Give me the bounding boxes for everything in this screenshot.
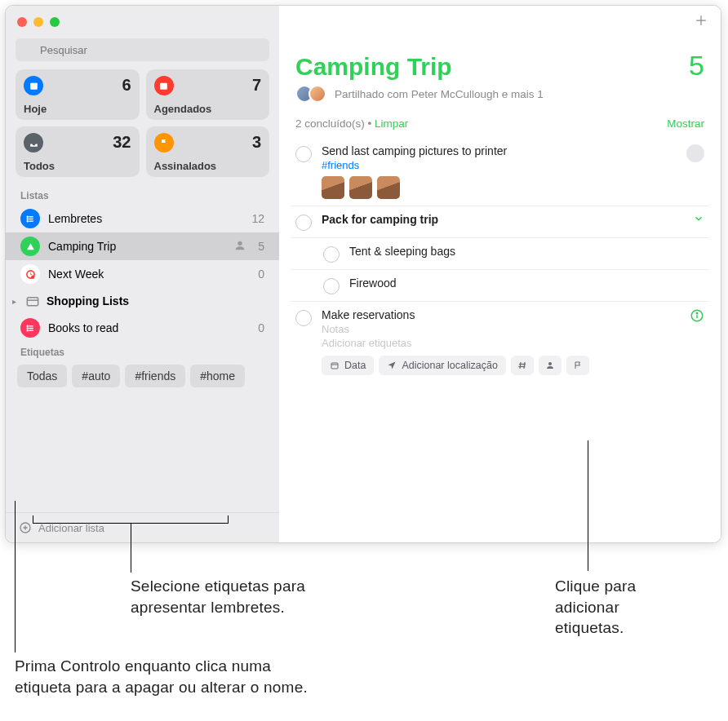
reminder-item[interactable]: Send last camping pictures to printer #f… xyxy=(291,138,709,206)
smart-all[interactable]: 32 Todos xyxy=(16,126,140,177)
reminder-subtask[interactable]: Tent & sleeping bags xyxy=(291,238,709,270)
list-icon xyxy=(20,318,40,338)
reminder-item-editing[interactable]: Make reservations Notas Adicionar etique… xyxy=(291,302,709,382)
location-icon xyxy=(387,360,397,370)
tags-section-title: Etiquetas xyxy=(6,342,279,361)
shared-with-row[interactable]: Partilhado com Peter McCullough e mais 1 xyxy=(279,82,721,111)
info-button[interactable] xyxy=(690,308,704,323)
smart-today[interactable]: 6 Hoje xyxy=(16,69,140,120)
add-location-button[interactable]: Adicionar localização xyxy=(379,356,505,375)
image-thumbnail[interactable] xyxy=(322,176,344,199)
shared-avatars xyxy=(295,85,326,103)
callout-text: Selecione etiquetas para apresentar lemb… xyxy=(131,576,305,617)
reminder-edit-toolbar: Data Adicionar localização xyxy=(322,356,680,375)
clear-completed-button[interactable]: Limpar xyxy=(375,117,408,130)
minimize-button[interactable] xyxy=(33,17,43,27)
reminder-title: Make reservations xyxy=(322,308,680,321)
fullscreen-button[interactable] xyxy=(50,17,60,27)
smart-label: Todos xyxy=(24,160,131,172)
callout-line xyxy=(588,440,588,571)
smart-scheduled[interactable]: 7 Agendados xyxy=(146,69,270,120)
complete-checkbox[interactable] xyxy=(295,215,312,231)
complete-checkbox[interactable] xyxy=(295,310,312,326)
window-controls xyxy=(6,12,279,38)
reminder-title: Send last camping pictures to printer xyxy=(322,144,677,157)
expand-subtasks-button[interactable] xyxy=(693,213,704,224)
add-date-button[interactable]: Data xyxy=(322,356,374,375)
sidebar-list-books[interactable]: Books to read 0 xyxy=(6,314,279,342)
reminder-item[interactable]: Pack for camping trip xyxy=(291,206,709,238)
svg-rect-17 xyxy=(27,298,38,306)
image-thumbnail[interactable] xyxy=(377,176,400,199)
svg-point-11 xyxy=(238,241,242,245)
tray-icon xyxy=(24,133,43,153)
reminder-title: Pack for camping trip xyxy=(322,213,683,226)
complete-checkbox[interactable] xyxy=(323,278,340,294)
smart-flagged[interactable]: 3 Assinalados xyxy=(146,126,270,177)
reminders-list: Send last camping pictures to printer #f… xyxy=(279,138,721,382)
smart-count: 7 xyxy=(252,76,261,95)
smart-lists-grid: 6 Hoje 7 Agendados 32 xyxy=(6,69,279,185)
attachment-thumbnails xyxy=(322,176,677,199)
folder-name: Shopping Lists xyxy=(47,294,264,307)
calendar-icon xyxy=(330,360,340,370)
shared-icon xyxy=(233,239,246,254)
tag-chip-friends[interactable]: #friends xyxy=(125,365,185,387)
list-name: Books to read xyxy=(48,321,250,334)
smart-label: Hoje xyxy=(24,103,131,115)
svg-point-23 xyxy=(27,327,28,328)
list-title: Camping Trip xyxy=(295,53,452,81)
list-name: Next Week xyxy=(48,268,250,281)
sidebar-list-lembretes[interactable]: Lembretes 12 xyxy=(6,205,279,232)
reminder-title: Tent & sleeping bags xyxy=(349,245,704,258)
tag-chip-auto[interactable]: #auto xyxy=(72,365,120,387)
callout-bracket xyxy=(33,515,229,524)
assignee-avatar[interactable] xyxy=(686,144,704,162)
complete-checkbox[interactable] xyxy=(323,246,340,263)
tent-icon xyxy=(20,237,40,256)
main-content: Camping Trip 5 Partilhado com Peter McCu… xyxy=(279,6,721,542)
sidebar-list-camping[interactable]: Camping Trip 5 xyxy=(6,232,279,260)
list-count: 12 xyxy=(251,212,264,225)
flag-button[interactable] xyxy=(566,356,589,375)
add-tags-field[interactable]: Adicionar etiquetas xyxy=(322,337,680,349)
lists-section-title: Listas xyxy=(6,185,279,205)
avatar xyxy=(309,85,326,103)
sidebar-folder-shopping[interactable]: ▸ Shopping Lists xyxy=(6,288,279,314)
reminder-subtask[interactable]: Firewood xyxy=(291,270,709,302)
complete-checkbox[interactable] xyxy=(295,146,312,162)
reminder-tag[interactable]: #friends xyxy=(322,159,677,171)
sidebar: 6 Hoje 7 Agendados 32 xyxy=(6,6,279,542)
svg-point-10 xyxy=(27,220,28,221)
image-thumbnail[interactable] xyxy=(349,176,372,199)
notes-field[interactable]: Notas xyxy=(322,323,680,335)
svg-point-39 xyxy=(696,312,698,314)
calendar-icon xyxy=(154,76,174,95)
search-input[interactable] xyxy=(16,38,269,61)
callout-text: Clique para adicionar etiquetas. xyxy=(555,576,636,639)
tag-chip-home[interactable]: #home xyxy=(190,365,245,387)
person-icon xyxy=(545,360,555,370)
chevron-right-icon: ▸ xyxy=(9,297,19,306)
svg-point-22 xyxy=(27,325,28,326)
smart-count: 6 xyxy=(122,76,131,95)
svg-line-33 xyxy=(524,362,525,369)
list-count: 0 xyxy=(258,321,264,334)
shared-text: Partilhado com Peter McCullough e mais 1 xyxy=(335,88,544,100)
svg-rect-4 xyxy=(160,82,167,89)
add-reminder-button[interactable] xyxy=(693,12,709,33)
list-icon xyxy=(20,209,40,228)
completed-status: 2 concluído(s) • Limpar xyxy=(295,117,408,130)
add-tag-button[interactable] xyxy=(511,356,534,375)
clock-icon xyxy=(20,264,40,284)
svg-point-16 xyxy=(31,275,34,278)
sidebar-list-nextweek[interactable]: Next Week 0 xyxy=(6,260,279,288)
smart-count: 32 xyxy=(113,133,131,152)
tag-chip-all[interactable]: Todas xyxy=(17,365,67,387)
list-remaining-count: 5 xyxy=(689,50,704,82)
show-completed-button[interactable]: Mostrar xyxy=(667,117,704,130)
close-button[interactable] xyxy=(17,17,27,27)
list-name: Lembretes xyxy=(48,212,243,225)
svg-point-9 xyxy=(27,218,28,219)
assign-button[interactable] xyxy=(539,356,562,375)
